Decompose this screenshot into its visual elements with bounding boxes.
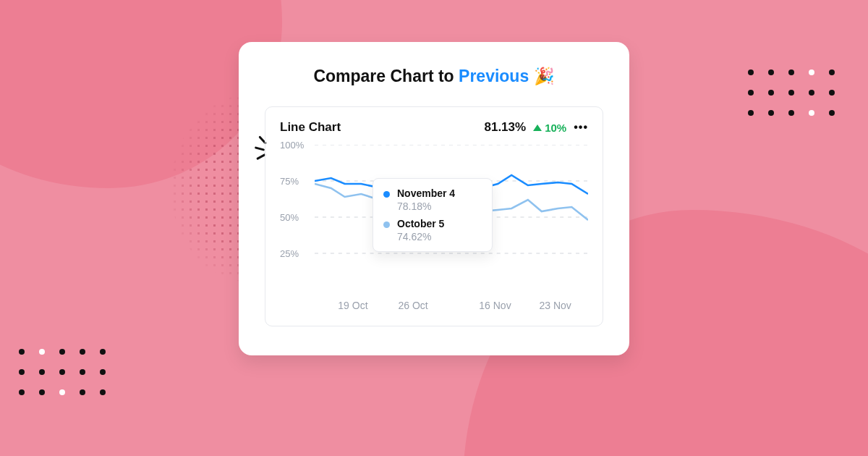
tooltip-row: November 4 78.18% <box>383 187 482 212</box>
chart-name: Line Chart <box>280 120 341 135</box>
feature-card: Compare Chart to Previous 🎉 Line Chart 8… <box>239 42 629 355</box>
x-tick-label: 26 Oct <box>398 300 427 311</box>
y-tick-label: 75% <box>280 176 315 187</box>
tooltip-value: 74.62% <box>397 231 444 242</box>
card-title: Compare Chart to Previous 🎉 <box>265 67 603 86</box>
y-tick-label: 50% <box>280 212 315 223</box>
dot-grid-decor <box>19 349 106 395</box>
up-triangle-icon <box>533 124 542 131</box>
delta-value: 10% <box>545 122 566 134</box>
chart: 100%75%50%25% November 4 78.18% Oc <box>280 145 588 311</box>
y-tick-label: 100% <box>280 140 315 151</box>
title-accent: Previous <box>459 67 529 85</box>
chart-headline-value: 81.13% <box>484 120 526 135</box>
x-tick-label: 23 Nov <box>539 300 571 311</box>
x-axis: 19 Oct26 Oct16 Nov23 Nov <box>315 295 588 311</box>
tooltip-value: 78.18% <box>397 200 455 212</box>
chart-panel: Line Chart 81.13% 10% ••• 100%75%50%25% … <box>265 106 603 326</box>
x-tick-label: 16 Nov <box>479 300 511 311</box>
more-menu-button[interactable]: ••• <box>574 121 588 134</box>
plot-area[interactable]: November 4 78.18% October 5 74.62% <box>315 145 588 290</box>
chart-panel-header: Line Chart 81.13% 10% ••• <box>280 120 588 135</box>
dot-grid-decor <box>748 69 835 116</box>
y-tick-label: 25% <box>280 248 315 259</box>
y-axis: 100%75%50%25% <box>280 145 315 290</box>
tooltip-label: November 4 <box>397 187 455 199</box>
party-emoji-icon: 🎉 <box>534 67 555 85</box>
title-pre: Compare Chart to <box>313 67 459 85</box>
series-dot-icon <box>383 221 390 228</box>
chart-delta: 10% <box>533 122 566 134</box>
tooltip-label: October 5 <box>397 218 444 229</box>
tooltip-row: October 5 74.62% <box>383 218 482 242</box>
series-dot-icon <box>383 191 390 198</box>
x-tick-label: 19 Oct <box>338 300 367 311</box>
chart-tooltip: November 4 78.18% October 5 74.62% <box>373 178 493 252</box>
